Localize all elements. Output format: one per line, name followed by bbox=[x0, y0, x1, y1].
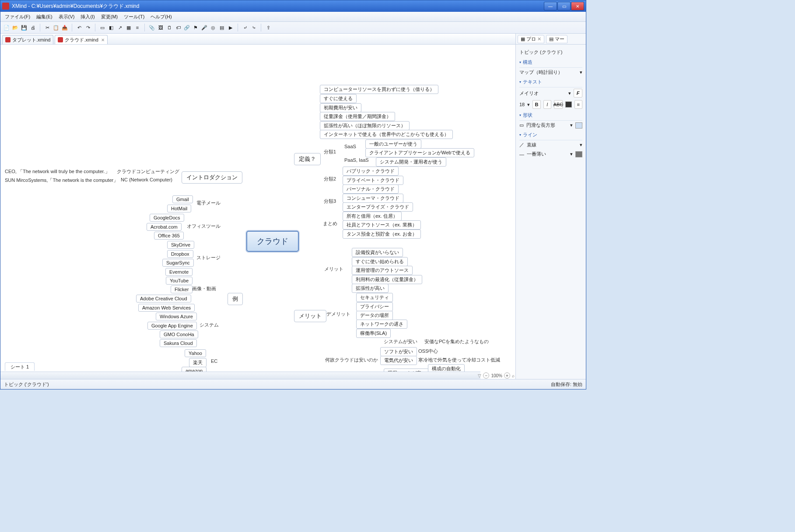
line-weight-select[interactable]: 一番薄い bbox=[527, 151, 567, 157]
topic[interactable]: 安価なPCを集めたようなもの bbox=[424, 338, 489, 345]
topic[interactable]: 楽天 bbox=[189, 358, 207, 367]
topic[interactable]: プライベート・クラウド bbox=[343, 176, 403, 185]
topic[interactable]: 稼働率(SLA) bbox=[356, 329, 391, 338]
redo-icon[interactable]: ↷ bbox=[84, 24, 91, 31]
minimize-button[interactable]: — bbox=[544, 2, 557, 10]
dropdown-icon[interactable]: ▾ bbox=[580, 142, 582, 148]
topic[interactable]: 運用管理のアウトソース bbox=[352, 266, 413, 275]
topic[interactable]: すぐに使える bbox=[320, 94, 357, 103]
maximize-button[interactable]: ▭ bbox=[557, 2, 571, 10]
menu-help[interactable]: ヘルプ(H) bbox=[148, 13, 174, 21]
section-structure[interactable]: ▾構造 bbox=[519, 57, 582, 68]
central-topic[interactable]: クラウド bbox=[246, 231, 299, 252]
topic[interactable]: Yahoo bbox=[185, 349, 206, 357]
attach-icon[interactable]: 📎 bbox=[148, 24, 155, 31]
topic[interactable]: CEO, 「The network will truly be the comp… bbox=[5, 168, 110, 175]
topic[interactable]: システム開発・運用者が使う bbox=[376, 157, 446, 167]
align-button[interactable]: ≡ bbox=[574, 100, 582, 109]
topic[interactable]: NC (Network Computer) bbox=[121, 177, 172, 182]
dropdown-icon[interactable]: ▾ bbox=[570, 122, 573, 128]
topic[interactable]: SugarSync bbox=[162, 259, 194, 267]
topic[interactable]: GoogleDocs bbox=[150, 214, 184, 222]
topic[interactable]: 所有と借用（ex. 住居） bbox=[343, 212, 402, 221]
dropdown-icon[interactable]: ▾ bbox=[527, 102, 530, 108]
print-icon[interactable]: 🖨 bbox=[29, 24, 36, 31]
menu-tools[interactable]: ツール(T) bbox=[121, 13, 147, 21]
topic[interactable]: Google App Engine bbox=[147, 322, 197, 330]
topic[interactable]: まとめ bbox=[323, 220, 337, 227]
topic[interactable]: インターネットで使える（世界中のどこからでも使える） bbox=[320, 130, 453, 139]
zoom-out-button[interactable]: − bbox=[483, 372, 489, 379]
collapse-icon[interactable]: ⤶ bbox=[242, 24, 249, 31]
fontsize-select[interactable]: 18 bbox=[519, 102, 525, 107]
topic[interactable]: ソフトが安い bbox=[380, 347, 417, 356]
note-icon[interactable]: 🗒 bbox=[166, 24, 173, 31]
image-icon[interactable]: 🖼 bbox=[157, 24, 164, 31]
present-icon[interactable]: ▶ bbox=[227, 24, 234, 31]
topic-merit[interactable]: メリット bbox=[294, 310, 326, 322]
topic[interactable]: SaaS bbox=[344, 144, 356, 149]
drill-icon[interactable]: ◎ bbox=[210, 24, 217, 31]
topic[interactable]: デメリット bbox=[326, 311, 350, 317]
topic[interactable]: ストレージ bbox=[196, 254, 221, 261]
topic[interactable]: 分類1 bbox=[324, 149, 336, 155]
topic[interactable]: 社員とアウトソース（ex. 業務） bbox=[343, 220, 421, 229]
topic[interactable]: すぐに使い始められる bbox=[352, 257, 408, 266]
topic[interactable]: Acrobat.com bbox=[147, 223, 182, 231]
topic[interactable]: 何故クラウドは安いのか bbox=[325, 357, 378, 363]
topic-icon[interactable]: ▭ bbox=[99, 24, 106, 31]
copy-icon[interactable]: 📋 bbox=[53, 24, 60, 31]
marker-icon[interactable]: ⚑ bbox=[192, 24, 199, 31]
menu-file[interactable]: ファイル(F) bbox=[2, 13, 33, 21]
boundary-icon[interactable]: ▦ bbox=[125, 24, 132, 31]
horizontal-scrollbar[interactable] bbox=[0, 372, 480, 379]
topic[interactable]: コンシューマ・クラウド bbox=[343, 194, 403, 203]
topic[interactable]: Sakura Cloud bbox=[160, 339, 197, 347]
topic[interactable]: パーソナル・クラウド bbox=[343, 184, 399, 194]
topic[interactable]: Dropbox bbox=[167, 250, 193, 258]
audio-icon[interactable]: 🎤 bbox=[201, 24, 208, 31]
topic-definition[interactable]: 定義？ bbox=[294, 153, 321, 165]
section-shape[interactable]: ▾形状 bbox=[519, 110, 582, 121]
topic-examples[interactable]: 例 bbox=[228, 293, 243, 305]
topic[interactable]: 利用料の最適化（従量課金） bbox=[352, 275, 422, 284]
topic[interactable]: エンタープライズ・クラウド bbox=[343, 202, 413, 212]
topic[interactable]: システム bbox=[200, 322, 219, 328]
summary-icon[interactable]: ≡ bbox=[134, 24, 141, 31]
topic-intro[interactable]: イントロダクション bbox=[182, 171, 242, 184]
topic[interactable]: システムが安い bbox=[384, 338, 417, 345]
bold-button[interactable]: B bbox=[532, 100, 540, 109]
relationship-icon[interactable]: ↗ bbox=[116, 24, 123, 31]
topic[interactable]: 電気代が安い bbox=[380, 356, 417, 365]
topic[interactable]: オフィスツール bbox=[187, 223, 221, 229]
new-icon[interactable]: 📄 bbox=[3, 24, 10, 31]
share-icon[interactable]: ⇪ bbox=[265, 24, 272, 31]
save-icon[interactable]: 💾 bbox=[21, 24, 28, 31]
topic[interactable]: 分類2 bbox=[324, 176, 336, 182]
text-color-swatch[interactable] bbox=[565, 101, 572, 108]
topic[interactable]: コンピューターリソースを買わずに使う（借りる） bbox=[320, 85, 438, 94]
menu-insert[interactable]: 挿入(I) bbox=[78, 13, 97, 21]
titlebar[interactable]: XMind - C:¥Users¥admin¥Documents¥クラウド.xm… bbox=[0, 0, 586, 12]
line-color-swatch[interactable] bbox=[575, 151, 582, 157]
section-text[interactable]: ▾テキスト bbox=[519, 77, 582, 87]
structure-select[interactable]: マップ（時計回り） bbox=[519, 69, 577, 76]
strike-button[interactable]: ABC bbox=[554, 100, 563, 109]
section-line[interactable]: ▾ライン bbox=[519, 130, 582, 140]
dropdown-icon[interactable]: ▾ bbox=[580, 70, 582, 75]
topic[interactable]: Adobe Creative Cloud bbox=[136, 295, 191, 303]
tab-cloud[interactable]: クラウド.xmind✕ bbox=[55, 35, 107, 44]
topic[interactable]: EC bbox=[211, 358, 217, 364]
topic[interactable]: 電子メール bbox=[196, 200, 221, 206]
font-dialog-icon[interactable]: F bbox=[574, 89, 582, 97]
zoom-in-button[interactable]: + bbox=[504, 372, 510, 379]
font-select[interactable]: メイリオ bbox=[519, 90, 566, 97]
topic[interactable]: Windows Azure bbox=[156, 313, 197, 320]
open-icon[interactable]: 📂 bbox=[12, 24, 19, 31]
topic[interactable]: Evernote bbox=[165, 268, 193, 276]
topic[interactable]: YouTube bbox=[166, 277, 193, 285]
topic[interactable]: タンス預金と預貯金（ex. お金） bbox=[343, 229, 421, 239]
dropdown-icon[interactable]: ▾ bbox=[570, 151, 573, 157]
label-icon[interactable]: 🏷 bbox=[175, 24, 182, 31]
menu-edit[interactable]: 編集(E) bbox=[34, 13, 55, 21]
